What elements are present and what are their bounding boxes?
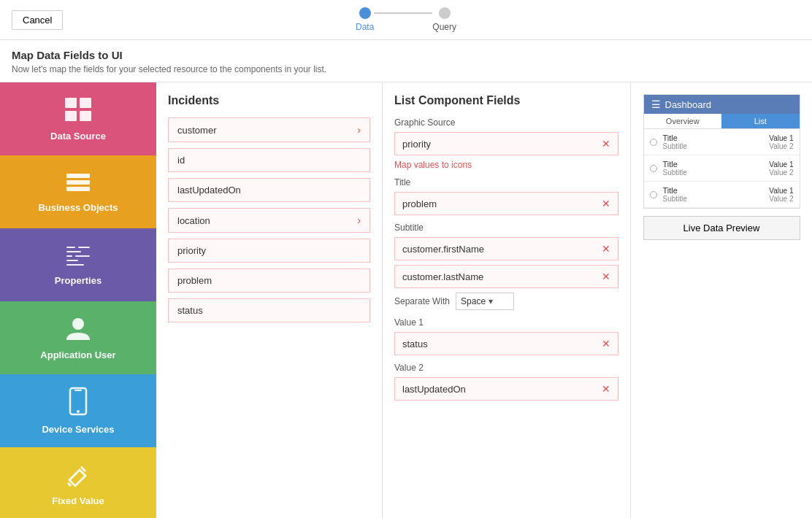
sidebar-item-business-objects[interactable]: Business Objects [0,155,156,228]
incident-item-customer[interactable]: customer › [168,117,370,142]
steps-wizard: Data Query [356,7,456,32]
preview-list-item-2: Title Subtitle Value 1 Value 2 [644,155,800,182]
svg-rect-2 [65,111,77,121]
preview-item2-value1: Value 1 [769,161,793,169]
preview-item1-value2: Value 2 [769,142,793,150]
graphic-source-label: Graphic Source [394,117,618,128]
preview-radio-1 [650,139,657,146]
svg-rect-5 [66,180,90,185]
fields-title: List Component Fields [394,94,618,107]
preview-text-group-1: Title Subtitle [663,134,764,150]
sidebar-properties-label: Properties [55,275,102,286]
preview-values-2: Value 1 Value 2 [769,161,793,177]
map-values-link[interactable]: Map values to icons [394,160,618,170]
sidebar-fixed-value-label: Fixed Value [52,495,104,506]
main-layout: Data Source Business Objects [0,82,812,518]
svg-rect-9 [66,251,81,252]
incident-item-location[interactable]: location › [168,208,370,233]
svg-rect-10 [66,255,72,257]
step-data-circle [359,7,371,19]
separate-with-arrow: ▾ [489,296,493,306]
svg-rect-3 [80,111,91,121]
incident-item-id[interactable]: id [168,148,370,172]
incident-item-status[interactable]: status [168,298,370,322]
data-source-icon [64,96,93,126]
preview-values-3: Value 1 Value 2 [769,187,793,203]
preview-tabs: Overview List [644,114,800,129]
preview-header: ☰ Dashboard [644,95,800,114]
graphic-source-value: priority [402,139,431,150]
incident-item-lastupdatedon[interactable]: lastUpdatedOn [168,178,370,202]
svg-point-17 [77,410,80,413]
sidebar-item-device-services[interactable]: Device Services [0,374,156,447]
step-data: Data [356,7,374,32]
preview-text-group-2: Title Subtitle [663,160,764,177]
properties-icon [65,244,91,271]
sidebar-business-objects-label: Business Objects [38,202,118,213]
sidebar-item-data-source[interactable]: Data Source [0,82,156,155]
svg-rect-16 [74,390,82,391]
tab-list[interactable]: List [721,114,800,129]
incident-location-chevron: › [357,214,361,226]
preview-box: ☰ Dashboard Overview List Title Subtitle… [643,94,800,209]
incident-item-problem[interactable]: problem [168,268,370,293]
incident-location-text: location [177,215,210,226]
preview-list-item-3: Title Subtitle Value 1 Value 2 [644,182,800,208]
preview-item2-value2: Value 2 [769,169,793,177]
svg-rect-1 [80,98,91,108]
business-objects-icon [65,171,91,198]
sidebar-item-application-user[interactable]: Application User [0,301,156,374]
application-user-icon [65,315,91,345]
step-query: Query [432,7,456,32]
live-data-preview-button[interactable]: Live Data Preview [643,216,800,240]
incident-status-text: status [177,305,203,316]
value2-value: lastUpdatedOn [402,384,466,395]
subtitle-firstname-remove[interactable]: ✕ [602,243,610,255]
incident-customer-text: customer [177,125,216,136]
preview-item2-title: Title [663,160,764,169]
incidents-panel: Incidents customer › id lastUpdatedOn lo… [156,82,383,518]
value2-remove[interactable]: ✕ [602,383,610,395]
separate-with-row: Separate With Space ▾ [394,293,618,310]
incident-problem-text: problem [177,275,212,286]
graphic-source-remove[interactable]: ✕ [602,138,610,150]
left-sidebar: Data Source Business Objects [0,82,156,518]
sidebar-device-services-label: Device Services [42,424,114,435]
svg-rect-8 [78,247,90,248]
fields-panel: List Component Fields Graphic Source pri… [383,82,631,518]
separate-with-value: Space [461,296,486,306]
sidebar-application-user-label: Application User [40,349,115,360]
incidents-title: Incidents [168,94,370,107]
sidebar-item-properties[interactable]: Properties [0,228,156,301]
hamburger-icon: ☰ [651,98,661,110]
svg-rect-4 [66,174,90,178]
subtitle-firstname-value: customer.firstName [402,244,484,255]
cancel-button[interactable]: Cancel [12,10,63,30]
value1-field: status ✕ [394,332,618,355]
incident-item-priority[interactable]: priority [168,239,370,263]
device-services-icon [69,387,88,420]
svg-rect-11 [75,255,90,257]
sidebar-item-fixed-value[interactable]: Fixed Value [0,447,156,518]
subtitle-lastname-remove[interactable]: ✕ [602,271,610,282]
fixed-value-icon [65,461,91,491]
svg-rect-0 [65,98,77,108]
svg-rect-13 [66,264,84,266]
preview-panel: ☰ Dashboard Overview List Title Subtitle… [631,82,812,518]
value2-section-label: Value 2 [394,363,618,373]
tab-overview[interactable]: Overview [644,114,722,129]
top-bar: Cancel Data Query [0,0,812,40]
incident-lastupdatedon-text: lastUpdatedOn [177,185,241,196]
preview-item1-subtitle: Subtitle [663,142,764,150]
value1-remove[interactable]: ✕ [602,338,610,349]
step-line [374,12,432,14]
preview-item1-title: Title [663,134,764,142]
page-title: Map Data Fields to UI [12,49,800,61]
svg-line-19 [68,483,71,486]
separate-with-select[interactable]: Space ▾ [456,293,514,310]
title-section-label: Title [394,177,618,188]
preview-list-item-1: Title Subtitle Value 1 Value 2 [644,129,800,155]
subtitle-field-2: customer.lastName ✕ [394,265,618,288]
title-remove[interactable]: ✕ [602,198,610,209]
svg-rect-12 [66,260,78,261]
